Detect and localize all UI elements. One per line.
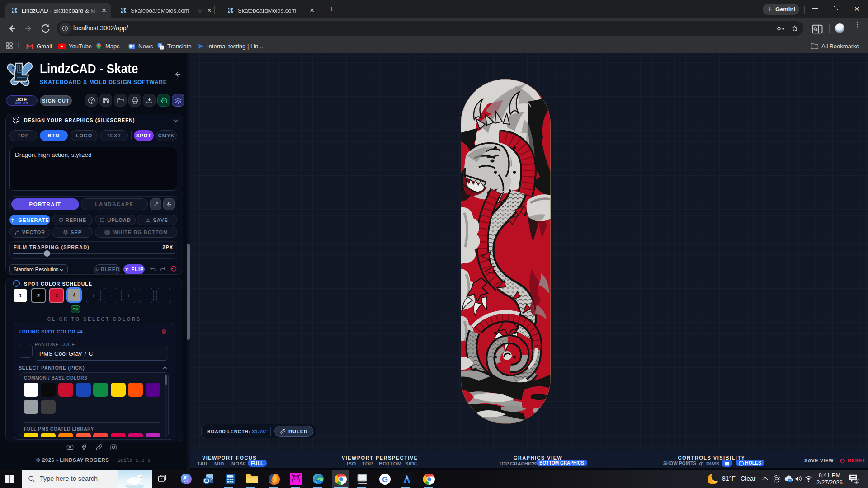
svg-text:i: i bbox=[789, 479, 790, 482]
svg-text:2: 2 bbox=[855, 479, 858, 483]
svg-text:文: 文 bbox=[160, 46, 164, 49]
svg-text:G: G bbox=[382, 475, 387, 483]
